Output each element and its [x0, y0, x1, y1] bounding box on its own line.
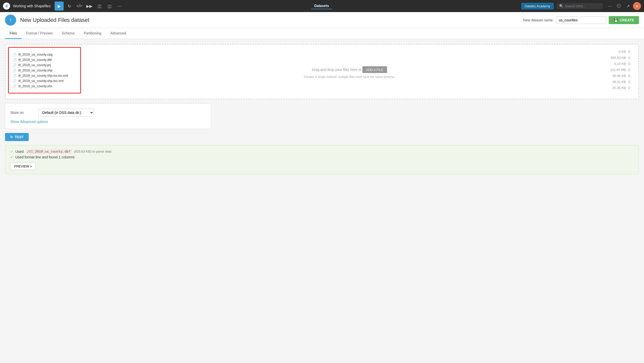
store-on-label: Store on: [10, 111, 35, 115]
file-size: 121.45 MB: [610, 68, 626, 72]
dataset-name-input[interactable]: [556, 16, 606, 24]
store-select[interactable]: Default (in DSS data dir.): [38, 109, 94, 117]
add-file-button[interactable]: ADD A FILE: [363, 66, 387, 73]
result-columns-text: Used format line and found 1 columns: [15, 155, 75, 159]
file-icon: 📄: [13, 63, 17, 67]
file-size: 0.16 KB: [614, 62, 626, 66]
avatar[interactable]: A: [633, 2, 641, 10]
file-name: /tl_2019_us_county.shp.iso.xml: [18, 79, 63, 83]
delete-file-icon[interactable]: 🗑: [627, 86, 631, 90]
list-item: 📄 /tl_2019_us_county.shp.ea.iso.xml: [13, 73, 76, 78]
deploy-icon[interactable]: ◫: [95, 2, 104, 11]
list-item: 📄 /tl_2019_us_county.shp: [13, 68, 76, 73]
file-name: /tl_2019_us_county.prj: [18, 63, 51, 67]
delete-file-icon[interactable]: 🗑: [627, 56, 631, 60]
list-item: 📄 /tl_2019_us_county.shx: [13, 83, 76, 89]
apps-grid-icon[interactable]: ⋯: [606, 2, 614, 10]
file-icon: 📄: [13, 74, 17, 77]
test-button[interactable]: ↻ TEST: [5, 133, 29, 141]
search-icon: 🔍: [559, 4, 564, 8]
drop-subtext: Creates a single dataset: multiple files…: [304, 75, 395, 79]
delete-file-icon[interactable]: 🗑: [627, 80, 631, 84]
list-item: 📄 /tl_2019_us_county.prj: [13, 62, 76, 68]
check-icon-2: ✓: [10, 155, 13, 159]
file-name: /tl_2019_us_county.shp.ea.iso.xml: [18, 74, 68, 77]
store-section: Store on Default (in DSS data dir.) Show…: [5, 103, 211, 129]
tab-format-preview[interactable]: Format / Preview: [22, 28, 57, 39]
flow-icon[interactable]: ▶: [55, 2, 64, 11]
file-size-row: 38.31 KB 🗑: [613, 80, 631, 84]
delete-file-icon[interactable]: 🗑: [627, 62, 631, 66]
file-size: 25.36 KB: [613, 86, 626, 90]
tab-advanced[interactable]: Advanced: [106, 28, 131, 39]
top-navigation: d Working with Shapefiles ▶ ↻ </> ▶▶ ◫ ◫…: [0, 0, 644, 12]
result-line-1: ✓ Used /tl_2019_us_county.dbf (925.63 KB…: [10, 149, 634, 154]
code-icon[interactable]: </>: [75, 2, 84, 11]
dataset-name-label: New dataset name:: [523, 18, 554, 22]
file-size-row: 0.16 KB 🗑: [614, 62, 631, 66]
results-panel: ✓ Used /tl_2019_us_county.dbf (925.63 KB…: [5, 145, 639, 174]
file-size-row: 0 KB 🗑: [619, 50, 631, 54]
datasets-nav-button[interactable]: Datasets: [311, 3, 332, 9]
refresh-icon: ↻: [10, 135, 13, 139]
list-item: 📄 /tl_2019_us_county.dbf: [13, 57, 76, 62]
file-drop-area[interactable]: 📄 /tl_2019_us_county.cpg 📄 /tl_2019_us_c…: [5, 44, 639, 99]
dataiku-logo[interactable]: d: [3, 3, 10, 10]
delete-file-icon[interactable]: 🗑: [627, 74, 631, 78]
delete-file-icon[interactable]: 🗑: [627, 50, 631, 54]
tabs-bar: Files Format / Preview Schema Partitioni…: [0, 28, 644, 39]
file-size-row: 25.36 KB 🗑: [613, 86, 631, 90]
file-size-row: 121.45 MB 🗑: [610, 68, 631, 72]
file-size: 925.63 KB: [611, 56, 626, 60]
list-item: 📄 /tl_2019_us_county.cpg: [13, 52, 76, 57]
file-size-note: (925.63 KB) to parse data: [74, 150, 111, 153]
main-content: 📄 /tl_2019_us_county.cpg 📄 /tl_2019_us_c…: [0, 39, 644, 179]
drop-text: Drag and drop your files here or ADD A F…: [304, 65, 395, 73]
file-icon: 📄: [13, 69, 17, 72]
upload-icon: ↑: [5, 15, 16, 26]
help-icon[interactable]: ⓘ: [615, 2, 623, 10]
file-name: /tl_2019_us_county.shp: [18, 68, 52, 72]
result-used-label: Used: [15, 150, 24, 154]
file-size-row: 40.46 KB 🗑: [613, 74, 631, 78]
file-size: 38.31 KB: [613, 80, 626, 84]
file-sizes-column: 0 KB 🗑 925.63 KB 🗑 0.16 KB 🗑 121.45 MB 🗑…: [610, 50, 631, 90]
nav-right-icons: ⋯ ⓘ ↗ A: [606, 2, 641, 10]
tab-partitioning[interactable]: Partitioning: [79, 28, 106, 39]
drop-zone-center: Drag and drop your files here or ADD A F…: [304, 65, 395, 79]
preview-button[interactable]: PREVIEW >: [10, 163, 36, 170]
more-icon[interactable]: ⋯: [115, 2, 124, 11]
file-size-row: 925.63 KB 🗑: [611, 56, 631, 60]
activity-icon[interactable]: ↗: [624, 2, 632, 10]
show-advanced-link[interactable]: Show Advanced options: [10, 120, 48, 124]
file-size: 40.46 KB: [613, 74, 626, 78]
search-input[interactable]: [565, 4, 600, 8]
refresh-icon[interactable]: ↻: [65, 2, 74, 11]
app-icon[interactable]: ◫: [105, 2, 114, 11]
file-name: /tl_2019_us_county.dbf: [18, 58, 52, 62]
check-icon: ✓: [10, 150, 13, 154]
dataiku-academy-button[interactable]: Dataiku Academy: [521, 3, 554, 10]
file-name: /tl_2019_us_county.shx: [18, 84, 52, 88]
file-size: 0 KB: [619, 50, 626, 54]
list-item: 📄 /tl_2019_us_county.shp.iso.xml: [13, 78, 76, 83]
dataset-name-row: New dataset name: 💾 CREATE: [523, 16, 639, 24]
tab-schema[interactable]: Schema: [57, 28, 79, 39]
store-row: Store on Default (in DSS data dir.): [10, 109, 206, 117]
page-title: New Uploaded Files dataset: [20, 17, 519, 23]
svg-text:d: d: [6, 4, 8, 8]
search-box: 🔍: [557, 3, 603, 9]
file-name: /tl_2019_us_county.cpg: [18, 53, 52, 56]
delete-file-icon[interactable]: 🗑: [627, 68, 631, 72]
file-badge: /tl_2019_us_county.dbf: [26, 149, 72, 154]
tab-files[interactable]: Files: [5, 28, 22, 39]
page-header: ↑ New Uploaded Files dataset New dataset…: [0, 12, 644, 28]
file-icon: 📄: [13, 53, 17, 56]
file-icon: 📄: [13, 84, 17, 88]
save-icon: 💾: [614, 18, 618, 22]
run-icon[interactable]: ▶▶: [85, 2, 94, 11]
file-icon: 📄: [13, 79, 17, 83]
create-button[interactable]: 💾 CREATE: [609, 16, 639, 24]
file-list: 📄 /tl_2019_us_county.cpg 📄 /tl_2019_us_c…: [8, 47, 81, 94]
file-icon: 📄: [13, 58, 17, 62]
